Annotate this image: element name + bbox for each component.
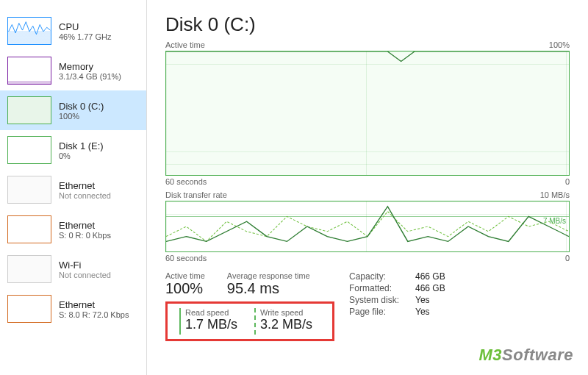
watermark-logo: M3Software bbox=[479, 346, 573, 365]
sidebar-item-title: Memory bbox=[59, 61, 121, 72]
wifi-thumb-icon bbox=[7, 255, 51, 283]
main-panel: Disk 0 (C:) Active time 100% 60 seconds … bbox=[147, 0, 588, 375]
active-time-chart: Active time 100% 60 seconds 0 bbox=[165, 40, 570, 186]
watermark-suffix: Software bbox=[502, 346, 573, 364]
chart-foot-right: 0 bbox=[565, 177, 570, 186]
sidebar-item-title: Ethernet bbox=[59, 299, 129, 310]
sidebar-item-sub: S: 0 R: 0 Kbps bbox=[59, 231, 111, 240]
sidebar-item-sub: 0% bbox=[59, 151, 104, 160]
speed-highlight-box: Read speed 1.7 MB/s Write speed 3.2 MB/s bbox=[165, 301, 334, 341]
sidebar-item-sub: 100% bbox=[59, 112, 104, 121]
chart-foot-left: 60 seconds bbox=[165, 177, 207, 186]
chart-foot-left: 60 seconds bbox=[165, 254, 207, 262]
transfer-rate-plot bbox=[166, 201, 569, 251]
info-key-sysdisk: System disk: bbox=[349, 295, 415, 305]
ethernet-thumb-icon bbox=[7, 215, 51, 243]
sidebar-item-disk0[interactable]: Disk 0 (C:) 100% bbox=[0, 90, 146, 130]
stat-label: Average response time bbox=[227, 271, 310, 280]
avg-response-time-stat: Average response time 95.4 ms bbox=[227, 271, 310, 297]
sidebar-item-ethernet-2[interactable]: Ethernet S: 8.0 R: 72.0 Kbps bbox=[0, 289, 146, 329]
read-speed-stat: Read speed 1.7 MB/s bbox=[175, 308, 250, 335]
write-speed-stat: Write speed 3.2 MB/s bbox=[250, 308, 325, 335]
info-val-capacity: 466 GB bbox=[415, 271, 445, 282]
active-time-plot bbox=[166, 51, 569, 175]
stat-value: 95.4 ms bbox=[227, 280, 310, 297]
read-legend-bar-icon bbox=[179, 308, 181, 335]
info-val-formatted: 466 GB bbox=[415, 283, 445, 293]
info-key-formatted: Formatted: bbox=[349, 283, 415, 293]
disk-thumb-icon bbox=[7, 96, 51, 124]
sidebar-item-title: CPU bbox=[59, 21, 112, 32]
page-title: Disk 0 (C:) bbox=[165, 13, 570, 36]
sidebar-item-sub: Not connected bbox=[59, 191, 111, 200]
ethernet-thumb-icon bbox=[7, 176, 51, 204]
sidebar-item-ethernet-1[interactable]: Ethernet S: 0 R: 0 Kbps bbox=[0, 210, 146, 249]
chart-head-left: Disk transfer rate bbox=[165, 190, 227, 199]
chart-head-left: Active time bbox=[165, 40, 205, 49]
transfer-rate-chart: Disk transfer rate 10 MB/s 7 MB/s 60 sec… bbox=[165, 190, 570, 262]
sidebar-item-title: Wi-Fi bbox=[59, 260, 111, 271]
sidebar-item-sub: 3.1/3.4 GB (91%) bbox=[59, 72, 121, 81]
sidebar-item-title: Disk 0 (C:) bbox=[59, 101, 104, 112]
chart-head-right: 10 MB/s bbox=[540, 190, 570, 199]
stat-value: 3.2 MB/s bbox=[260, 317, 312, 332]
watermark-prefix: M3 bbox=[479, 346, 503, 364]
disk-thumb-icon bbox=[7, 136, 51, 164]
sidebar-item-title: Disk 1 (E:) bbox=[59, 140, 104, 151]
cpu-thumb-icon bbox=[7, 17, 51, 45]
chart-head-right: 100% bbox=[549, 40, 570, 49]
stat-label: Read speed bbox=[185, 308, 237, 317]
sidebar-item-title: Ethernet bbox=[59, 180, 111, 191]
stat-label: Write speed bbox=[260, 308, 312, 317]
sidebar-item-sub: S: 8.0 R: 72.0 Kbps bbox=[59, 310, 129, 319]
info-val-pagefile: Yes bbox=[415, 307, 430, 317]
stat-label: Active time bbox=[165, 271, 205, 280]
sidebar-item-memory[interactable]: Memory 3.1/3.4 GB (91%) bbox=[0, 51, 146, 90]
stat-value: 100% bbox=[165, 280, 205, 297]
stat-value: 1.7 MB/s bbox=[185, 317, 237, 332]
sidebar: CPU 46% 1.77 GHz Memory 3.1/3.4 GB (91%)… bbox=[0, 0, 147, 375]
sidebar-item-ethernet-0[interactable]: Ethernet Not connected bbox=[0, 170, 146, 210]
sidebar-item-sub: 46% 1.77 GHz bbox=[59, 32, 112, 41]
info-key-pagefile: Page file: bbox=[349, 307, 415, 317]
sidebar-item-cpu[interactable]: CPU 46% 1.77 GHz bbox=[0, 11, 146, 51]
memory-thumb-icon bbox=[7, 57, 51, 85]
active-time-chart-box bbox=[165, 51, 570, 176]
info-key-capacity: Capacity: bbox=[349, 271, 415, 282]
sidebar-item-sub: Not connected bbox=[59, 271, 111, 279]
sidebar-item-title: Ethernet bbox=[59, 220, 111, 231]
transfer-rate-chart-box: 7 MB/s bbox=[165, 201, 570, 252]
active-time-stat: Active time 100% bbox=[165, 271, 205, 297]
write-legend-bar-icon bbox=[254, 308, 256, 335]
sidebar-item-disk1[interactable]: Disk 1 (E:) 0% bbox=[0, 130, 146, 170]
info-val-sysdisk: Yes bbox=[415, 295, 430, 305]
disk-info: Capacity: 466 GB Formatted: 466 GB Syste… bbox=[349, 271, 445, 341]
chart-foot-right: 0 bbox=[565, 254, 570, 262]
ethernet-thumb-icon bbox=[7, 295, 51, 323]
sidebar-item-wifi[interactable]: Wi-Fi Not connected bbox=[0, 249, 146, 289]
